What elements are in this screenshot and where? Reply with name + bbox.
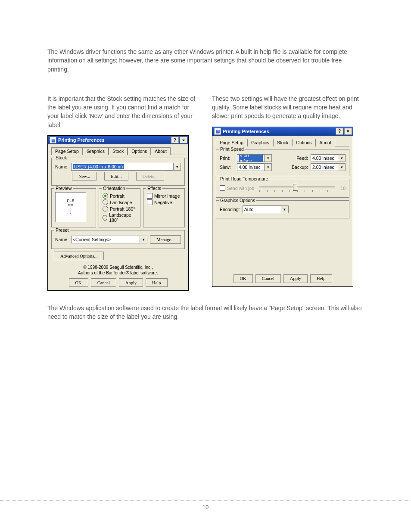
ok-button[interactable]: OK xyxy=(234,274,253,283)
slew-label: Slew: xyxy=(220,165,234,170)
chevron-down-icon[interactable]: ▾ xyxy=(338,154,346,162)
new-button[interactable]: New... xyxy=(72,172,97,180)
preset-name-label: Name: xyxy=(55,237,68,242)
slew-speed-select[interactable]: 4.00 in/sec ▾ xyxy=(237,163,272,171)
stock-name-label: Name: xyxy=(55,164,68,169)
graphics-options-group: Graphics Options Encoding: Auto ▾ xyxy=(216,200,349,218)
chevron-down-icon[interactable]: ▾ xyxy=(173,163,181,171)
radio-landscape-180[interactable]: Landscape 180° xyxy=(103,212,137,223)
temperature-slider[interactable] xyxy=(259,184,335,193)
tab-options[interactable]: Options xyxy=(292,139,315,146)
help-button[interactable]: ? xyxy=(171,137,179,143)
stock-select[interactable]: USER (4.00 in x 6.00 in) ▾ xyxy=(71,163,181,171)
tab-strip: Page Setup Graphics Stock Options About xyxy=(51,147,185,155)
cancel-button[interactable]: Cancel xyxy=(255,274,281,283)
encoding-label: Encoding: xyxy=(220,207,240,212)
chevron-down-icon[interactable]: ▾ xyxy=(264,154,272,162)
edit-button[interactable]: Edit... xyxy=(104,172,128,180)
help-button[interactable]: ? xyxy=(336,128,343,135)
advanced-options-button[interactable]: Advanced Options... xyxy=(54,252,104,260)
tab-options[interactable]: Options xyxy=(128,147,151,155)
check-send-with-job[interactable]: Send with job xyxy=(220,185,254,191)
stock-group: Stock Name: USER (4.00 in x 6.00 in) ▾ N… xyxy=(51,158,185,186)
tab-stock[interactable]: Stock xyxy=(109,147,128,155)
orientation-group: Orientation Portrait Landscape Portrait … xyxy=(99,188,140,227)
tab-graphics[interactable]: Graphics xyxy=(247,139,273,146)
dialog-title: Printing Preferences xyxy=(223,129,269,134)
chevron-down-icon[interactable]: ▾ xyxy=(338,163,346,171)
dialog-icon: ▤ xyxy=(50,137,56,143)
arrow-down-icon: ↓ xyxy=(69,208,72,215)
print-speed-group: Print Speed Print: 4.00 in/sec ▾ Feed: 4… xyxy=(216,149,349,176)
stock-legend: Stock xyxy=(54,155,68,160)
close-button[interactable]: × xyxy=(344,128,352,135)
preset-group: Preset Name: <Current Settings> ▾ Manage… xyxy=(51,230,185,249)
tab-page-setup[interactable]: Page Setup xyxy=(216,139,247,146)
encoding-select[interactable]: Auto ▾ xyxy=(243,205,289,213)
dialog-title: Printing Preferences xyxy=(58,137,105,143)
close-button[interactable]: × xyxy=(180,137,187,143)
right-caption: These two settings will have the greates… xyxy=(212,94,364,121)
chevron-down-icon[interactable]: ▾ xyxy=(140,236,147,243)
intro-paragraph: The Windows driver functions the same as… xyxy=(47,47,364,74)
help-button-bottom[interactable]: Help xyxy=(146,278,167,287)
backup-speed-select[interactable]: 2.00 in/sec ▾ xyxy=(311,163,346,171)
feed-label: Feed: xyxy=(296,156,308,161)
check-negative[interactable]: Negative xyxy=(147,199,181,205)
cancel-button[interactable]: Cancel xyxy=(91,278,116,287)
tab-about[interactable]: About xyxy=(151,147,170,155)
radio-portrait-180[interactable]: Portrait 180° xyxy=(103,206,137,212)
chevron-down-icon[interactable]: ▾ xyxy=(281,205,289,213)
outro-paragraph: The Windows application software used to… xyxy=(47,304,364,321)
help-button-bottom[interactable]: Help xyxy=(310,274,332,283)
dialog-icon: ▤ xyxy=(214,128,221,135)
left-caption: It is important that the Stock setting m… xyxy=(47,94,199,129)
effects-group: Effects Mirror Image Negative xyxy=(143,188,185,227)
tab-graphics[interactable]: Graphics xyxy=(83,147,109,155)
check-mirror[interactable]: Mirror Image xyxy=(147,193,181,199)
credit-text: © 1998-2009 Seagull Scientific, Inc., Au… xyxy=(51,264,185,276)
temperature-value: 10 xyxy=(340,186,346,191)
options-dialog: ▤ Printing Preferences ? × Page Setup Gr… xyxy=(212,127,353,287)
tab-strip: Page Setup Graphics Stock Options About xyxy=(216,138,349,146)
radio-portrait[interactable]: Portrait xyxy=(103,193,137,199)
delete-button[interactable]: Delete... xyxy=(136,172,164,180)
preview-group: Preview PLE •••• ↓ xyxy=(51,188,96,227)
print-speed-select[interactable]: 4.00 in/sec ▾ xyxy=(237,154,272,162)
temperature-group: Print Head Temperature Send with job 10 xyxy=(216,179,349,198)
chevron-down-icon[interactable]: ▾ xyxy=(264,163,272,171)
feed-speed-select[interactable]: 4.00 in/sec ▾ xyxy=(311,154,346,162)
apply-button[interactable]: Apply xyxy=(119,278,143,287)
preview-image: PLE •••• ↓ xyxy=(55,192,86,222)
tab-page-setup[interactable]: Page Setup xyxy=(51,147,83,155)
page-setup-dialog: ▤ Printing Preferences ? × Page Setup Gr… xyxy=(47,135,189,291)
manage-button[interactable]: Manage... xyxy=(150,235,181,244)
print-label: Print: xyxy=(220,156,234,161)
apply-button[interactable]: Apply xyxy=(283,274,308,283)
tab-stock[interactable]: Stock xyxy=(273,139,292,146)
radio-landscape[interactable]: Landscape xyxy=(103,199,137,205)
page-number: 10 xyxy=(0,500,411,510)
backup-label: Backup: xyxy=(292,165,308,170)
preset-select[interactable]: <Current Settings> ▾ xyxy=(71,236,147,243)
ok-button[interactable]: OK xyxy=(69,278,88,287)
tab-about[interactable]: About xyxy=(315,139,335,146)
